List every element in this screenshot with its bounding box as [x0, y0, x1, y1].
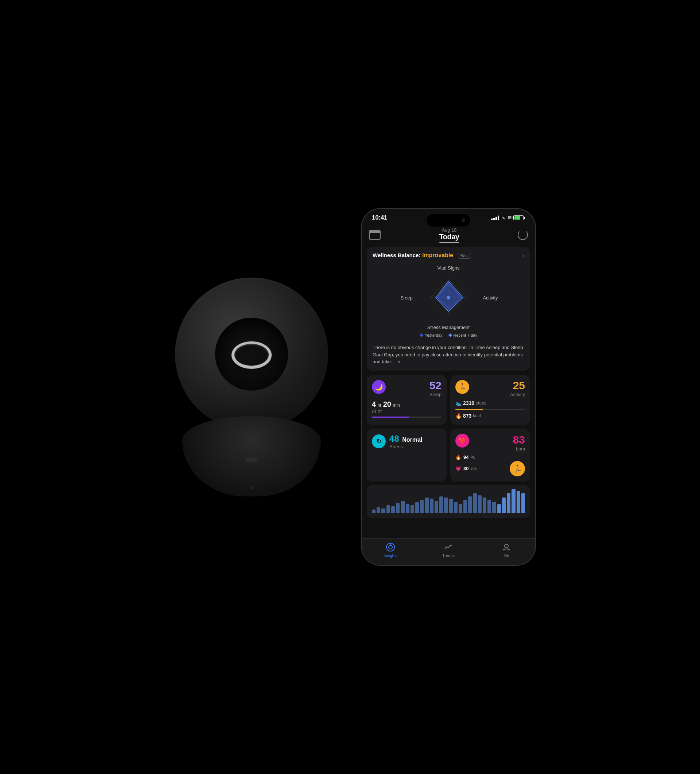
bar-item — [502, 498, 506, 513]
metrics-grid-row2: ↻ 48 Normal Stress — [367, 428, 530, 481]
heart-rate-value: 83 — [513, 434, 525, 446]
bar-item — [468, 496, 472, 513]
status-time: 10:41 — [372, 214, 387, 222]
svg-point-11 — [389, 545, 392, 549]
trends-tab-label: Trends — [442, 553, 455, 558]
bar-item — [492, 502, 496, 513]
radar-label-activity: Activity — [481, 295, 500, 301]
radar-legend: Yesterday Recent 7-day — [419, 333, 477, 337]
sleep-score: 52 — [390, 380, 441, 391]
metrics-grid-row1: 🌙 52 Sleep 4 hr 20 min /8 hr — [367, 375, 530, 425]
sleep-minutes: 20 — [383, 400, 391, 408]
activity-value-area: 25 Activity — [473, 380, 525, 397]
tab-me[interactable]: Me — [492, 542, 521, 558]
bar-item — [381, 508, 385, 513]
trends-tab-icon — [444, 542, 453, 552]
insights-tab-icon — [386, 542, 395, 552]
tab-insights[interactable]: Insights — [376, 542, 405, 558]
legend-yesterday: Yesterday — [419, 333, 442, 337]
stress-normal-label: Normal — [402, 437, 422, 443]
svg-point-13 — [505, 544, 508, 548]
heart-unit: bpm — [473, 446, 525, 452]
sleep-hours: 4 — [372, 400, 376, 408]
bar-item — [434, 501, 438, 513]
tab-trends[interactable]: Trends — [434, 542, 463, 558]
sleep-progress-fill — [372, 417, 409, 418]
calendar-icon[interactable] — [369, 230, 381, 240]
bar-item — [411, 505, 414, 513]
phone: 10:41 ∿ 69 — [361, 208, 536, 566]
sleep-min-unit: min — [393, 403, 400, 408]
bar-item — [517, 491, 520, 513]
hrv-item: 💗 30 ms — [456, 466, 477, 471]
spo2-value: 94 — [463, 455, 469, 460]
bar-item — [521, 493, 525, 513]
activity-label: Activity — [473, 392, 525, 397]
svg-marker-9 — [448, 333, 452, 337]
kcal-row: 🔥 873 kcal — [456, 413, 525, 419]
bar-item — [396, 503, 400, 513]
wifi-icon: ∿ — [501, 215, 506, 221]
bar-item — [376, 508, 380, 513]
nav-header: Aug 18 Today — [362, 224, 535, 247]
dynamic-island — [427, 214, 471, 227]
bar-item — [497, 504, 501, 513]
wellness-expand-icon[interactable]: ∨ — [398, 359, 401, 364]
bar-item — [401, 501, 404, 513]
kcal-value: 873 — [463, 413, 471, 419]
sleep-label: Sleep — [390, 392, 441, 397]
stress-top: ↻ 48 Normal Stress — [372, 434, 441, 449]
bar-item — [415, 502, 419, 513]
stress-icon: ↻ — [372, 435, 386, 448]
heart-value-area: 83 bpm — [473, 434, 525, 452]
radar-label-sleep: Sleep — [398, 295, 416, 301]
bar-item — [439, 496, 443, 513]
wellness-status: Improvable — [422, 252, 453, 258]
me-tab-label: Me — [504, 553, 509, 558]
bar-item — [483, 498, 486, 513]
heart-card[interactable]: ❤️ 83 bpm 🔥 94 % — [450, 428, 530, 481]
bar-item — [512, 489, 515, 513]
bar-item — [425, 498, 428, 513]
radar-label-vital-signs: Vital Signs — [437, 265, 459, 271]
bar-item — [478, 495, 482, 513]
bar-item — [454, 502, 457, 513]
steps-value: 2310 — [463, 400, 474, 406]
sleep-card[interactable]: 🌙 52 Sleep 4 hr 20 min /8 hr — [367, 375, 447, 425]
activity-detail: 👟 2310 steps 🔥 873 kcal — [456, 400, 525, 419]
bar-item — [406, 504, 409, 513]
sleep-icon: 🌙 — [372, 380, 386, 394]
front-camera — [462, 218, 465, 222]
nav-title-area: Aug 18 Today — [439, 227, 459, 243]
stress-value: 48 — [390, 434, 399, 443]
wellness-beta-badge: Beta — [458, 253, 471, 259]
smart-ring — [230, 341, 273, 369]
radar-chart: Vital Signs Sleep — [373, 262, 524, 340]
bar-chart-card — [367, 485, 530, 518]
status-icons: ∿ 69 — [491, 215, 525, 221]
insights-tab-label: Insights — [383, 553, 398, 558]
activity-card-top: 🏃 25 Activity — [456, 380, 525, 397]
bar-item — [449, 499, 453, 513]
sleep-time-detail: 4 hr 20 min — [372, 400, 441, 408]
tab-bar: Insights Trends — [362, 538, 535, 565]
bar-item — [463, 500, 467, 513]
activity-card[interactable]: 🏃 25 Activity 👟 2310 steps — [450, 375, 530, 425]
refresh-icon[interactable] — [518, 230, 528, 240]
bar-item — [507, 493, 510, 513]
stress-value-area: 48 Normal Stress — [390, 434, 422, 449]
bar-item — [459, 504, 462, 513]
scroll-content: Wellness Balance: Improvable Beta › Vita… — [362, 247, 535, 522]
steps-unit: steps — [476, 400, 486, 405]
hrv-row: 💗 30 ms 🏃 — [456, 461, 525, 476]
fire-icon: 🔥 — [456, 413, 462, 419]
steps-row: 👟 2310 steps — [456, 400, 525, 406]
svg-point-7 — [447, 296, 450, 299]
wellness-card[interactable]: Wellness Balance: Improvable Beta › Vita… — [367, 247, 530, 370]
wellness-description: There is no obvious change in your condi… — [373, 344, 524, 366]
bar-item — [391, 506, 395, 513]
stress-card[interactable]: ↻ 48 Normal Stress — [367, 428, 447, 481]
steps-progress-bar — [456, 409, 525, 410]
wellness-chevron-icon[interactable]: › — [522, 252, 524, 259]
ring-device — [164, 278, 339, 496]
